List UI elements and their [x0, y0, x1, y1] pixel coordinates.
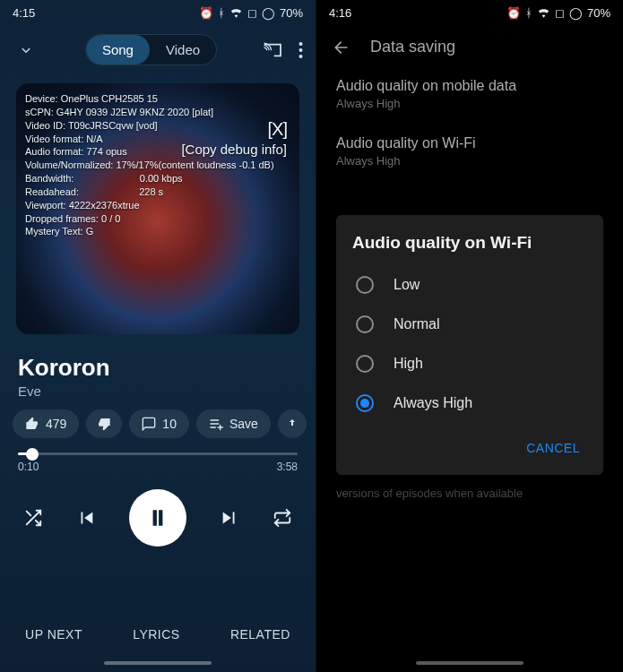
- option-high[interactable]: High: [352, 344, 587, 383]
- option-low[interactable]: Low: [352, 265, 587, 305]
- tab-video[interactable]: Video: [150, 35, 216, 65]
- thumbs-up-icon: [25, 417, 39, 431]
- dislike-chip[interactable]: [86, 409, 122, 438]
- bluetooth-icon: ᚼ: [218, 6, 225, 20]
- svg-point-2: [299, 55, 302, 58]
- alarm-icon: ⏰: [506, 6, 521, 20]
- back-icon[interactable]: [333, 39, 350, 56]
- album-art[interactable]: Device: OnePlus CPH2585 15 sCPN: G4HY 09…: [16, 83, 299, 334]
- battery-circle-icon: ◯: [569, 6, 583, 20]
- seek-area: 0:10 3:58: [0, 447, 316, 473]
- music-player-screen: 4:15 ⏰ ᚼ ◻ ◯ 70% Song Video: [0, 0, 316, 672]
- player-header: Song Video: [0, 25, 316, 69]
- time-total: 3:58: [277, 461, 298, 473]
- status-icons: ⏰ ᚼ ◻ ◯ 70%: [199, 6, 303, 20]
- playback-controls: [0, 473, 316, 563]
- debug-close-button[interactable]: [X]: [268, 117, 287, 142]
- alarm-icon: ⏰: [199, 6, 213, 20]
- track-artist[interactable]: Eve: [18, 383, 298, 399]
- share-icon: [287, 417, 298, 431]
- save-label: Save: [229, 417, 258, 431]
- playlist-add-icon: [209, 417, 223, 431]
- status-icons: ⏰ ᚼ ◻ ◯ 70%: [506, 6, 610, 20]
- shuffle-button[interactable]: [23, 508, 43, 528]
- cast-icon[interactable]: [263, 42, 282, 58]
- status-time: 4:15: [13, 6, 35, 20]
- battery-percent: 70%: [280, 6, 303, 20]
- next-button[interactable]: [220, 508, 239, 528]
- tab-related[interactable]: RELATED: [230, 627, 290, 642]
- save-chip[interactable]: Save: [196, 409, 271, 438]
- radio-icon: [356, 276, 374, 294]
- obscured-text: versions of episodes when available: [336, 486, 569, 502]
- option-always-high[interactable]: Always High: [352, 383, 587, 423]
- data-saving-screen: 4:16 ⏰ ᚼ ◻ ◯ 70% Data saving Audio quali…: [316, 0, 623, 672]
- comment-count: 10: [162, 417, 177, 431]
- radio-icon: [356, 315, 374, 333]
- gesture-bar: [416, 661, 523, 665]
- repeat-button[interactable]: [273, 508, 292, 528]
- svg-point-1: [299, 48, 302, 52]
- more-chip[interactable]: [278, 409, 307, 438]
- dnd-icon: ◻: [555, 6, 565, 20]
- cancel-button[interactable]: CANCEL: [519, 432, 587, 464]
- option-normal[interactable]: Normal: [352, 305, 587, 344]
- play-pause-button[interactable]: [129, 489, 186, 547]
- time-current: 0:10: [18, 461, 39, 473]
- svg-point-0: [299, 42, 302, 46]
- track-info: Kororon Eve: [0, 343, 316, 401]
- status-bar: 4:16 ⏰ ᚼ ◻ ◯ 70%: [316, 0, 623, 25]
- status-bar: 4:15 ⏰ ᚼ ◻ ◯ 70%: [0, 0, 316, 25]
- bluetooth-icon: ᚼ: [525, 6, 532, 20]
- collapse-icon[interactable]: [13, 37, 39, 64]
- setting-mobile-quality[interactable]: Audio quality on mobile data Always High: [316, 65, 623, 123]
- settings-title: Data saving: [370, 38, 455, 56]
- setting-label: Audio quality on Wi-Fi: [336, 135, 603, 151]
- battery-percent: 70%: [587, 6, 610, 20]
- tab-upnext[interactable]: UP NEXT: [25, 627, 82, 642]
- radio-icon-selected: [356, 394, 374, 412]
- track-title: Kororon: [18, 354, 298, 382]
- thumbs-down-icon: [97, 417, 111, 431]
- setting-value: Always High: [336, 97, 603, 110]
- option-label: Normal: [394, 316, 440, 332]
- seek-knob[interactable]: [26, 448, 39, 461]
- seek-bar[interactable]: [18, 452, 298, 455]
- more-icon[interactable]: [299, 42, 303, 58]
- debug-copy-button[interactable]: [Copy debug info]: [181, 141, 287, 159]
- option-label: Always High: [394, 395, 472, 411]
- bottom-tabs: UP NEXT LYRICS RELATED: [0, 627, 316, 642]
- gesture-bar: [104, 661, 212, 665]
- previous-button[interactable]: [76, 508, 96, 528]
- quality-dialog: Audio quality on Wi-Fi Low Normal High A…: [336, 215, 603, 475]
- dnd-icon: ◻: [247, 6, 257, 20]
- debug-overlay: Device: OnePlus CPH2585 15 sCPN: G4HY 09…: [25, 92, 290, 238]
- settings-header: Data saving: [316, 25, 623, 65]
- like-chip[interactable]: 479: [13, 409, 79, 438]
- option-label: High: [394, 356, 423, 372]
- tab-song[interactable]: Song: [86, 35, 150, 65]
- wifi-icon: [229, 7, 243, 18]
- action-chips: 479 10 Save: [0, 401, 316, 447]
- radio-icon: [356, 355, 374, 373]
- comments-chip[interactable]: 10: [129, 409, 189, 438]
- setting-value: Always High: [336, 154, 603, 168]
- setting-wifi-quality[interactable]: Audio quality on Wi-Fi Always High: [316, 123, 623, 180]
- song-video-toggle: Song Video: [85, 34, 217, 65]
- comment-icon: [142, 417, 156, 431]
- like-count: 479: [46, 417, 66, 431]
- wifi-icon: [537, 7, 550, 18]
- option-label: Low: [394, 277, 420, 293]
- battery-circle-icon: ◯: [262, 6, 275, 20]
- dialog-title: Audio quality on Wi-Fi: [352, 233, 587, 253]
- status-time: 4:16: [329, 6, 351, 20]
- tab-lyrics[interactable]: LYRICS: [133, 627, 180, 642]
- setting-label: Audio quality on mobile data: [336, 78, 603, 94]
